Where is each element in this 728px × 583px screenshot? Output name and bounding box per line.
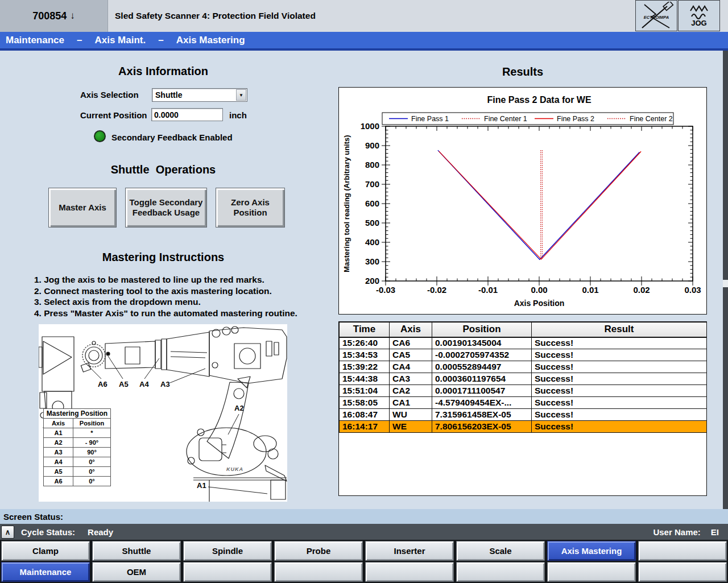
svg-text:Fine Pass 1: Fine Pass 1 [411,115,449,123]
result-cell: 15:26:40 [340,337,390,349]
axis-selection-dropdown[interactable]: Shuttle ▼ [152,88,247,102]
result-cell: 15:34:53 [340,349,390,361]
collapse-panel-button[interactable]: ∧ [1,526,14,539]
results-table: TimeAxisPositionResult 15:26:40CA60.0019… [339,322,707,433]
breadcrumb-separator: – [77,35,82,46]
current-position-label: Current Position [80,110,147,120]
result-cell: -0.0002705974352 [432,349,532,361]
nav-button-maintenance[interactable]: Maintenance [1,562,90,582]
mini-table-cell: - 90° [73,438,111,448]
mini-table-row: A40° [44,457,111,467]
svg-text:700: 700 [365,179,379,189]
brand-logo-tile[interactable]: ECTROIMPA [635,0,677,31]
result-cell: 16:08:47 [340,409,390,421]
nav-button-clamp[interactable]: Clamp [1,541,90,561]
instruction-step: 1. Jog the axis to be mastered to line u… [34,274,318,286]
instruction-step: 4. Press "Master Axis" to run the automa… [34,308,318,319]
mini-table-cell: A2 [44,438,73,448]
toggle-secondary-feedback-usage-button[interactable]: Toggle Secondary Feedback Usage [125,188,207,228]
alarm-number: 700854 [32,10,67,22]
result-cell: Success! [532,361,707,373]
mini-table-cell: A3 [44,448,73,457]
operations-buttons: Master AxisToggle Secondary Feedback Usa… [48,188,285,228]
results-column-position: Position [432,322,532,337]
result-cell: Success! [532,373,707,385]
result-cell: 0.001901345004 [432,337,532,349]
result-cell: 0.000552894497 [432,361,532,373]
result-cell: CA5 [390,349,432,361]
result-cell: Success! [532,337,707,349]
chart-series-fine-pass-1 [438,150,640,259]
nav-button-blank [365,562,454,582]
secondary-feedback-led [94,130,106,142]
result-row-ca3[interactable]: 15:44:38CA30.0003601197654Success! [340,373,707,385]
nav-button-spindle[interactable]: Spindle [183,541,272,561]
vertical-scrollbar[interactable] [723,51,728,540]
user-name-value: EI [711,527,719,537]
alarm-down-arrow-icon[interactable]: ↓ [70,10,75,22]
svg-text:800: 800 [365,160,379,169]
result-row-ca5[interactable]: 15:34:53CA5-0.0002705974352Success! [340,349,707,361]
result-cell: 15:51:04 [340,385,390,397]
result-cell: CA1 [390,397,432,409]
svg-text:200: 200 [365,276,379,286]
nav-button-blank [274,562,363,582]
breadcrumb-item-axis-mastering[interactable]: Axis Mastering [176,35,245,46]
instruction-step: 2. Connect mastering tool to the axis ma… [34,286,318,297]
nav-button-shuttle[interactable]: Shuttle [92,541,181,561]
result-row-ca4[interactable]: 15:39:22CA40.000552894497Success! [340,361,707,373]
svg-text:0.00: 0.00 [531,285,547,295]
axis-label-a3: A3 [160,380,170,388]
current-position-field[interactable] [151,108,223,121]
chart-title: Fine Pass 2 Data for WE [487,95,591,105]
result-row-ca2[interactable]: 15:51:04CA20.0001711100547Success! [340,385,707,397]
results-column-axis: Axis [390,322,432,337]
breadcrumb-item-axis-maint[interactable]: Axis Maint. [94,35,146,46]
screen-status-bar: Screen Status: [0,509,728,524]
mini-table-row: A1* [44,428,111,438]
bottom-navigation: ClampShuttleSpindleProbeInserterScaleAxi… [0,540,728,583]
nav-button-axis-mastering[interactable]: Axis Mastering [547,541,636,561]
mini-table-header: Position [73,419,111,428]
chevron-down-icon[interactable]: ▼ [236,89,246,101]
mini-table-cell: 0° [73,467,111,477]
cycle-status-label: Cycle Status: [21,527,75,537]
scrollbar-thumb[interactable] [723,280,728,287]
axis-label-a4: A4 [139,380,149,388]
nav-button-inserter[interactable]: Inserter [365,541,454,561]
svg-text:0.01: 0.01 [582,285,598,295]
user-name-label: User Name: [653,527,700,537]
result-cell: Success! [532,421,707,433]
mini-table-cell: A4 [44,457,73,467]
axis-tick-labels: -0.03-0.02-0.010.000.010.020.03200300400… [361,121,701,295]
nav-button-scale[interactable]: Scale [456,541,545,561]
axis-selection-value: Shuttle [152,90,236,100]
results-column-result: Result [532,322,707,337]
master-axis-button[interactable]: Master Axis [48,188,117,228]
nav-button-blank [638,541,727,561]
result-row-wu[interactable]: 16:08:47WU7.315961458EX-05Success! [340,409,707,421]
nav-button-probe[interactable]: Probe [274,541,363,561]
result-row-we[interactable]: 16:14:17WE7.806156203EX-05Success! [340,421,707,433]
alarm-number-box[interactable]: 700854 ↓ [0,0,108,32]
breadcrumb-item-maintenance[interactable]: Maintenance [6,35,64,46]
svg-text:0.03: 0.03 [684,285,701,295]
operations-title: Shuttle Operations [0,163,326,176]
jog-mode-tile[interactable]: JOG [678,0,720,31]
zero-axis-position-button[interactable]: Zero Axis Position [216,188,285,228]
svg-text:300: 300 [365,257,379,266]
nav-button-blank [638,562,727,582]
mini-table-cell: 90° [73,448,111,457]
mini-table-cell: A1 [44,428,73,438]
mini-table-cell: 0° [73,457,111,467]
result-row-ca1[interactable]: 15:58:05CA1-4.579409454EX-...Success! [340,397,707,409]
axis-label-a1: A1 [197,481,206,490]
result-cell: Success! [532,349,707,361]
axis-ticks [382,126,693,286]
mastering-position-table: Mastering PositionAxisPositionA1*A2- 90°… [43,408,111,486]
svg-text:Fine Pass 2: Fine Pass 2 [557,115,594,123]
result-row-ca6[interactable]: 15:26:40CA60.001901345004Success! [340,337,707,349]
result-cell: Success! [532,397,707,409]
result-cell: CA6 [390,337,432,349]
nav-button-oem[interactable]: OEM [92,562,181,582]
